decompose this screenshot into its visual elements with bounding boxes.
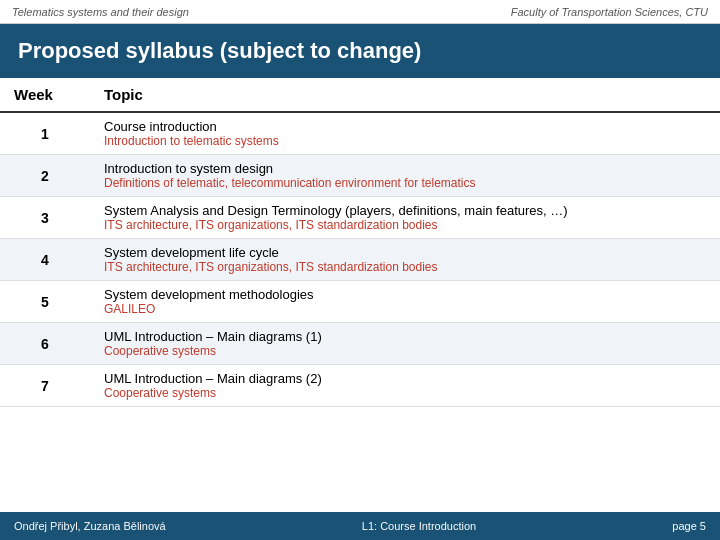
topic-main: System development life cycle — [104, 245, 706, 260]
header-right: Faculty of Transportation Sciences, CTU — [511, 6, 708, 18]
table-header-row: Week Topic — [0, 78, 720, 112]
table-row: 5System development methodologiesGALILEO — [0, 281, 720, 323]
week-number: 1 — [0, 112, 90, 155]
week-number: 5 — [0, 281, 90, 323]
topic-sub: ITS architecture, ITS organizations, ITS… — [104, 260, 706, 274]
topic-main: UML Introduction – Main diagrams (1) — [104, 329, 706, 344]
topic-sub: Introduction to telematic systems — [104, 134, 706, 148]
footer-lecture: L1: Course Introduction — [362, 520, 476, 532]
week-number: 6 — [0, 323, 90, 365]
topic-cell: System development methodologiesGALILEO — [90, 281, 720, 323]
table-container: Week Topic 1Course introductionIntroduct… — [0, 78, 720, 407]
topic-cell: UML Introduction – Main diagrams (2)Coop… — [90, 365, 720, 407]
topic-sub: ITS architecture, ITS organizations, ITS… — [104, 218, 706, 232]
topic-sub: GALILEO — [104, 302, 706, 316]
syllabus-table: Week Topic 1Course introductionIntroduct… — [0, 78, 720, 407]
table-row: 7UML Introduction – Main diagrams (2)Coo… — [0, 365, 720, 407]
table-row: 4System development life cycleITS archit… — [0, 239, 720, 281]
topic-sub: Cooperative systems — [104, 386, 706, 400]
topic-sub: Definitions of telematic, telecommunicat… — [104, 176, 706, 190]
topic-main: System Analysis and Design Terminology (… — [104, 203, 706, 218]
table-row: 3System Analysis and Design Terminology … — [0, 197, 720, 239]
table-row: 2Introduction to system designDefinition… — [0, 155, 720, 197]
topic-cell: UML Introduction – Main diagrams (1)Coop… — [90, 323, 720, 365]
table-row: 6UML Introduction – Main diagrams (1)Coo… — [0, 323, 720, 365]
header-bar: Telematics systems and their design Facu… — [0, 0, 720, 24]
week-number: 7 — [0, 365, 90, 407]
topic-main: Course introduction — [104, 119, 706, 134]
topic-cell: System development life cycleITS archite… — [90, 239, 720, 281]
week-number: 4 — [0, 239, 90, 281]
topic-cell: Introduction to system designDefinitions… — [90, 155, 720, 197]
topic-main: System development methodologies — [104, 287, 706, 302]
table-row: 1Course introductionIntroduction to tele… — [0, 112, 720, 155]
week-number: 3 — [0, 197, 90, 239]
col-week: Week — [0, 78, 90, 112]
footer-page: page 5 — [672, 520, 706, 532]
page-title: Proposed syllabus (subject to change) — [18, 38, 421, 64]
topic-main: Introduction to system design — [104, 161, 706, 176]
topic-cell: Course introductionIntroduction to telem… — [90, 112, 720, 155]
footer-bar: Ondřej Přibyl, Zuzana Bělinová L1: Cours… — [0, 512, 720, 540]
week-number: 2 — [0, 155, 90, 197]
table-body: 1Course introductionIntroduction to tele… — [0, 112, 720, 407]
title-bar: Proposed syllabus (subject to change) — [0, 24, 720, 78]
topic-cell: System Analysis and Design Terminology (… — [90, 197, 720, 239]
footer-author: Ondřej Přibyl, Zuzana Bělinová — [14, 520, 166, 532]
topic-sub: Cooperative systems — [104, 344, 706, 358]
col-topic: Topic — [90, 78, 720, 112]
topic-main: UML Introduction – Main diagrams (2) — [104, 371, 706, 386]
header-left: Telematics systems and their design — [12, 6, 189, 18]
